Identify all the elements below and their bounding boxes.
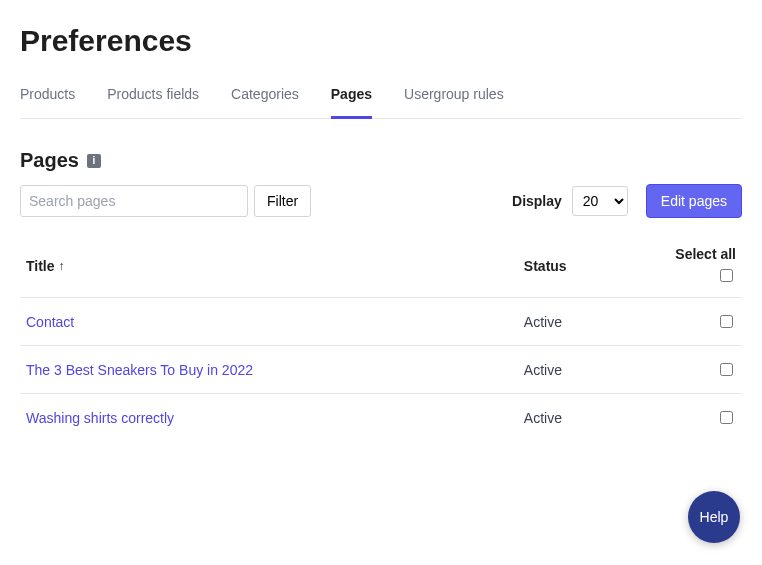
info-icon[interactable]: i bbox=[87, 154, 101, 168]
tab-pages[interactable]: Pages bbox=[331, 76, 372, 119]
row-title-link[interactable]: The 3 Best Sneakers To Buy in 2022 bbox=[26, 362, 253, 378]
filter-button[interactable]: Filter bbox=[254, 185, 311, 217]
tab-categories[interactable]: Categories bbox=[231, 76, 299, 119]
table-row: Contact Active bbox=[20, 298, 742, 346]
select-all-checkbox[interactable] bbox=[720, 269, 733, 282]
row-select-checkbox[interactable] bbox=[720, 411, 733, 424]
controls-row: Filter Display 20 Edit pages bbox=[20, 184, 742, 218]
sort-asc-icon: ↑ bbox=[59, 259, 65, 273]
tabs: Products Products fields Categories Page… bbox=[20, 76, 742, 119]
column-header-status-label: Status bbox=[524, 258, 567, 274]
column-header-title[interactable]: Title ↑ bbox=[20, 236, 518, 298]
column-header-title-label: Title bbox=[26, 258, 55, 274]
row-select-checkbox[interactable] bbox=[720, 363, 733, 376]
display-label: Display bbox=[512, 193, 562, 209]
row-status: Active bbox=[518, 298, 632, 346]
row-status: Active bbox=[518, 394, 632, 442]
page-title: Preferences bbox=[20, 24, 742, 58]
tab-usergroup-rules[interactable]: Usergroup rules bbox=[404, 76, 504, 119]
pages-table: Title ↑ Status Select all Contact Active bbox=[20, 236, 742, 441]
table-row: Washing shirts correctly Active bbox=[20, 394, 742, 442]
section-title: Pages bbox=[20, 149, 79, 172]
tab-products[interactable]: Products bbox=[20, 76, 75, 119]
row-select-checkbox[interactable] bbox=[720, 315, 733, 328]
tab-products-fields[interactable]: Products fields bbox=[107, 76, 199, 119]
column-header-select-all: Select all bbox=[632, 236, 742, 298]
edit-pages-button[interactable]: Edit pages bbox=[646, 184, 742, 218]
select-all-label: Select all bbox=[675, 246, 736, 262]
table-row: The 3 Best Sneakers To Buy in 2022 Activ… bbox=[20, 346, 742, 394]
row-title-link[interactable]: Washing shirts correctly bbox=[26, 410, 174, 426]
row-title-link[interactable]: Contact bbox=[26, 314, 74, 330]
row-status: Active bbox=[518, 346, 632, 394]
search-input[interactable] bbox=[20, 185, 248, 217]
section-header: Pages i bbox=[20, 149, 742, 172]
display-select[interactable]: 20 bbox=[572, 186, 628, 216]
column-header-status[interactable]: Status bbox=[518, 236, 632, 298]
